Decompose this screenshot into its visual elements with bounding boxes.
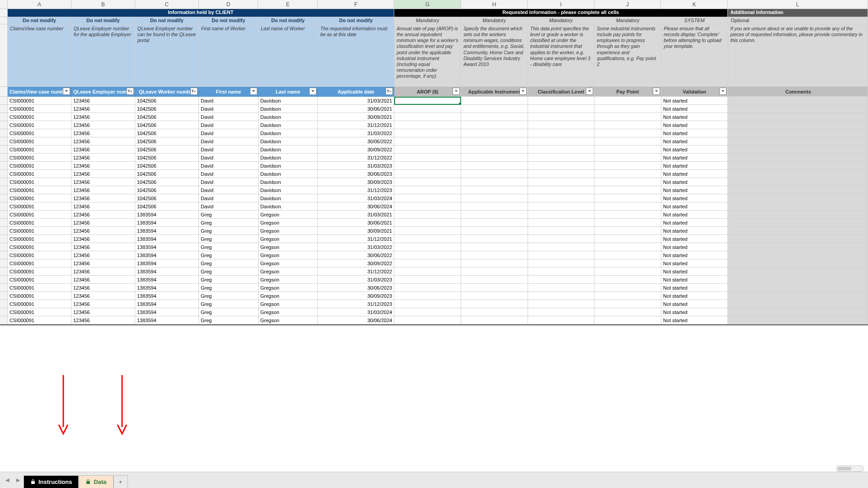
cell-date[interactable]: 31/12/2021 [318,235,394,243]
cell-validation[interactable]: Not started [661,137,728,145]
cell-arop[interactable] [394,259,461,267]
cell-paypoint[interactable] [594,243,661,251]
cell-firstname[interactable]: David [199,97,259,105]
cell-firstname[interactable]: Greg [199,284,259,292]
cell-case[interactable]: CSI000091 [8,292,71,300]
cell-comments[interactable] [728,227,868,235]
cell-date[interactable]: 31/03/2021 [318,211,394,219]
cell-arop[interactable] [394,300,461,308]
cell-worker[interactable]: 1042506 [135,113,199,121]
cell-employer[interactable]: 123456 [71,251,135,259]
next-sheet-button[interactable]: ▶ [14,476,23,485]
cell-date[interactable]: 31/12/2022 [318,154,394,162]
cell-case[interactable]: CSI000091 [8,202,71,211]
col-letter-J[interactable]: J [594,0,661,9]
cell-date[interactable]: 30/06/2021 [318,219,394,227]
cell-firstname[interactable]: David [199,178,259,186]
cell-worker[interactable]: 1042506 [135,97,199,105]
cell-arop[interactable] [394,227,461,235]
cell-lastname[interactable]: Gregson [259,292,318,300]
cell-employer[interactable]: 123456 [71,170,135,178]
cell-case[interactable]: CSI000091 [8,235,71,243]
cell-employer[interactable]: 123456 [71,292,135,300]
cell-instrument[interactable] [461,243,528,251]
cell-comments[interactable] [728,235,868,243]
cell-comments[interactable] [728,121,868,129]
cell-case[interactable]: CSI000091 [8,137,71,145]
cell-employer[interactable]: 123456 [71,284,135,292]
cell-date[interactable]: 31/03/2022 [318,243,394,251]
cell-arop[interactable] [394,105,461,113]
cell-comments[interactable] [728,178,868,186]
cell-paypoint[interactable] [594,113,661,121]
filter-icon[interactable] [63,88,70,95]
cell-classification[interactable] [528,267,595,276]
hdr-applicable-date[interactable]: Applicable date [318,87,394,97]
filter-icon[interactable] [586,88,593,95]
cell-classification[interactable] [528,154,595,162]
cell-worker[interactable]: 1042506 [135,186,199,194]
cell-case[interactable]: CSI000091 [8,284,71,292]
cell-date[interactable]: 30/06/2023 [318,284,394,292]
hdr-instrument[interactable]: Applicable Instrument [461,87,528,97]
cell-arop[interactable] [394,113,461,121]
hdr-classification[interactable]: Classification Level [528,87,595,97]
cell-validation[interactable]: Not started [661,162,728,170]
cell-validation[interactable]: Not started [661,211,728,219]
cell-firstname[interactable]: Greg [199,316,259,324]
cell-instrument[interactable] [461,121,528,129]
cell-classification[interactable] [528,235,595,243]
cell-employer[interactable]: 123456 [71,97,135,105]
cell-comments[interactable] [728,259,868,267]
select-all-corner[interactable] [0,0,8,9]
cell-classification[interactable] [528,145,595,154]
cell-worker[interactable]: 1042506 [135,178,199,186]
cell-case[interactable]: CSI000091 [8,300,71,308]
cell-instrument[interactable] [461,251,528,259]
cell-paypoint[interactable] [594,186,661,194]
cell-case[interactable]: CSI000091 [8,211,71,219]
cell-comments[interactable] [728,308,868,316]
cell-validation[interactable]: Not started [661,227,728,235]
hdr-employer-num[interactable]: QLeave Employer number [71,87,135,97]
cell-worker[interactable]: 1383594 [135,292,199,300]
sort-asc-icon[interactable] [190,88,198,95]
col-letter-D[interactable]: D [199,0,259,9]
cell-firstname[interactable]: David [199,202,259,211]
cell-classification[interactable] [528,97,595,105]
cell-classification[interactable] [528,129,595,137]
cell-worker[interactable]: 1042506 [135,202,199,211]
cell-lastname[interactable]: Davidson [259,162,318,170]
cell-worker[interactable]: 1383594 [135,227,199,235]
cell-date[interactable]: 31/12/2023 [318,300,394,308]
cell-comments[interactable] [728,276,868,284]
cell-paypoint[interactable] [594,211,661,219]
cell-employer[interactable]: 123456 [71,243,135,251]
cell-lastname[interactable]: Gregson [259,251,318,259]
cell-lastname[interactable]: Gregson [259,308,318,316]
cell-worker[interactable]: 1383594 [135,308,199,316]
cell-employer[interactable]: 123456 [71,178,135,186]
cell-employer[interactable]: 123456 [71,121,135,129]
cell-worker[interactable]: 1042506 [135,162,199,170]
cell-validation[interactable]: Not started [661,243,728,251]
cell-paypoint[interactable] [594,154,661,162]
cell-lastname[interactable]: Gregson [259,300,318,308]
cell-firstname[interactable]: Greg [199,243,259,251]
cell-arop[interactable] [394,194,461,202]
cell-comments[interactable] [728,267,868,276]
cell-firstname[interactable]: David [199,162,259,170]
cell-comments[interactable] [728,113,868,121]
cell-arop[interactable] [394,251,461,259]
cell-firstname[interactable]: Greg [199,267,259,276]
cell-employer[interactable]: 123456 [71,154,135,162]
cell-validation[interactable]: Not started [661,97,728,105]
cell-employer[interactable]: 123456 [71,276,135,284]
cell-classification[interactable] [528,308,595,316]
cell-lastname[interactable]: Davidson [259,194,318,202]
cell-classification[interactable] [528,211,595,219]
cell-firstname[interactable]: Greg [199,251,259,259]
cell-date[interactable]: 30/09/2023 [318,292,394,300]
cell-classification[interactable] [528,186,595,194]
tab-instructions[interactable]: Instructions [24,475,79,488]
